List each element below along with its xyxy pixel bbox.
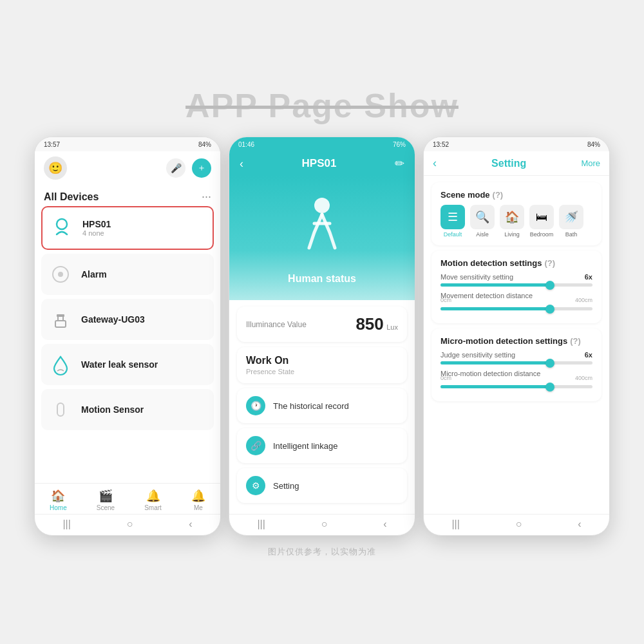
device-icon-water xyxy=(48,352,73,377)
nav-home[interactable]: 🏠 Home xyxy=(50,489,67,511)
watermark: 图片仅供参考，以实物为准 xyxy=(268,546,376,558)
avatar[interactable]: 🙂 xyxy=(44,156,67,180)
illuminance-label: Illuminance Value xyxy=(246,320,307,329)
phone3-header: ‹ Setting More xyxy=(424,151,609,176)
svg-point-0 xyxy=(57,219,67,229)
device-name-water: Water leak sensor xyxy=(81,359,158,370)
micro-distance-slider[interactable] xyxy=(440,385,592,388)
illuminance-unit: Lux xyxy=(386,323,398,331)
motion-detection-card: Motion detection settings (?) Move sensi… xyxy=(431,251,601,323)
move-sensitivity-section: Move sensitivity setting 6x xyxy=(440,273,592,287)
setting-icon: ⚙ xyxy=(246,476,265,495)
micro-help-icon[interactable]: (?) xyxy=(570,336,581,346)
svg-point-6 xyxy=(314,198,330,213)
motion-help-icon[interactable]: (?) xyxy=(544,258,555,268)
svg-rect-4 xyxy=(57,314,64,317)
aisle-label: Aisle xyxy=(476,231,489,238)
linkage-label: Intelligent linkage xyxy=(273,441,337,451)
phone3-status-bar: 13:52 84% xyxy=(424,137,609,151)
historical-card[interactable]: 🕐 The historical record xyxy=(237,388,407,423)
nav-smart[interactable]: 🔔 Smart xyxy=(144,489,162,511)
add-icon[interactable]: ＋ xyxy=(192,158,211,178)
all-devices-label: All Devices xyxy=(44,191,99,203)
device-item-water[interactable]: Water leak sensor xyxy=(41,344,214,385)
phone2-status-bar: 01:46 76% xyxy=(229,137,415,151)
nav-smart-label: Smart xyxy=(144,504,162,511)
scene-bedroom[interactable]: 🛏 Bedroom xyxy=(529,205,554,238)
human-figure-icon xyxy=(296,195,348,267)
back-icon[interactable]: ‹ xyxy=(240,157,243,171)
bedroom-label: Bedroom xyxy=(530,231,554,238)
judge-sensitivity-slider[interactable] xyxy=(440,361,592,365)
bath-label: Bath xyxy=(565,231,578,238)
judge-sensitivity-val: 6x xyxy=(585,351,592,359)
nav3-back: ‹ xyxy=(578,518,581,530)
phone3-back-icon[interactable]: ‹ xyxy=(433,156,437,170)
bath-scene-icon: 🚿 xyxy=(559,205,583,229)
device-info-motion: Motion Sensor xyxy=(81,404,144,415)
movement-distance-slider[interactable] xyxy=(440,307,592,310)
scene-bath[interactable]: 🚿 Bath xyxy=(559,205,583,238)
phone1-time: 13:57 xyxy=(44,141,60,148)
phone1-nav-indicator: ||| ○ ‹ xyxy=(35,514,220,535)
linkage-card[interactable]: 🔗 Intelligent linkage xyxy=(237,428,407,463)
presence-state: Presence State xyxy=(246,368,398,375)
nav-me[interactable]: 🔔 Me xyxy=(191,489,205,511)
phone2-nav-indicator: ||| ○ ‹ xyxy=(229,514,415,535)
move-sensitivity-slider[interactable] xyxy=(440,283,592,287)
move-sensitivity-label: Move sensitivity setting 6x xyxy=(440,273,592,281)
device-info-hps01: HPS01 4 none xyxy=(82,219,111,237)
scene-default[interactable]: ☰ Default xyxy=(440,205,465,238)
edit-icon[interactable]: ✏ xyxy=(395,156,404,171)
nav2-back: ‹ xyxy=(383,518,386,530)
linkage-row: 🔗 Intelligent linkage xyxy=(246,436,398,455)
more-link[interactable]: More xyxy=(581,158,600,168)
device-name-gateway: Gateway-UG03 xyxy=(81,314,145,325)
device-list: HPS01 4 none Alarm Gateway-UG03 xyxy=(35,206,220,483)
living-label: Living xyxy=(504,231,520,238)
phone3-title: Setting xyxy=(491,158,526,169)
device-info-water: Water leak sensor xyxy=(81,359,158,370)
phone1-battery: 84% xyxy=(198,141,211,148)
human-status-label: Human status xyxy=(288,273,356,285)
micro-distance-section: Micro-motion detection distance 0cm 400c… xyxy=(440,370,592,388)
movement-distance-section: Movement detection distance 0cm 400cm xyxy=(440,292,592,310)
device-item-gateway[interactable]: Gateway-UG03 xyxy=(41,299,214,340)
scene-mode-card: Scene mode (?) ☰ Default 🔍 Aisle 🏠 Livin… xyxy=(431,182,601,245)
scene-aisle[interactable]: 🔍 Aisle xyxy=(470,205,495,238)
work-on-label: Work On xyxy=(246,355,398,366)
setting-card[interactable]: ⚙ Setting xyxy=(237,468,407,503)
nav-home-label: Home xyxy=(50,504,67,511)
bedroom-scene-icon: 🛏 xyxy=(529,205,554,229)
scene-icon: 🎬 xyxy=(99,489,113,503)
svg-point-2 xyxy=(58,272,63,277)
scene-help-icon[interactable]: (?) xyxy=(493,190,504,200)
historical-row: 🕐 The historical record xyxy=(246,396,398,415)
illuminance-row: Illuminance Value 850 Lux xyxy=(246,314,398,334)
nav3-lines: ||| xyxy=(451,518,459,530)
mic-icon[interactable]: 🎤 xyxy=(166,158,185,178)
illuminance-card: Illuminance Value 850 Lux xyxy=(237,307,407,342)
scene-living[interactable]: 🏠 Living xyxy=(500,205,524,238)
phone2-title: HPS01 xyxy=(302,157,337,170)
phone3-nav-indicator: ||| ○ ‹ xyxy=(424,514,609,535)
phone1-bottom-nav: 🏠 Home 🎬 Scene 🔔 Smart 🔔 Me xyxy=(35,483,220,514)
history-icon: 🕐 xyxy=(246,396,265,415)
device-item-motion[interactable]: Motion Sensor xyxy=(41,389,214,430)
device-item-hps01[interactable]: HPS01 4 none xyxy=(41,206,214,250)
smart-icon: 🔔 xyxy=(146,489,160,503)
phone3-battery: 84% xyxy=(587,141,600,148)
default-label: Default xyxy=(444,231,462,238)
phone2-header: ‹ HPS01 ✏ xyxy=(229,151,415,176)
all-devices-row: All Devices ··· xyxy=(35,185,220,206)
scene-mode-title: Scene mode (?) xyxy=(440,190,592,200)
setting-row: ⚙ Setting xyxy=(246,476,398,495)
phone1-status-bar: 13:57 84% xyxy=(35,137,220,151)
device-item-alarm[interactable]: Alarm xyxy=(41,254,214,295)
nav-lines: ||| xyxy=(62,518,70,530)
home-icon: 🏠 xyxy=(51,489,65,503)
dots-menu[interactable]: ··· xyxy=(202,190,211,204)
nav-scene[interactable]: 🎬 Scene xyxy=(97,489,115,511)
motion-detection-title: Motion detection settings (?) xyxy=(440,258,592,268)
phone2-hero: Human status xyxy=(229,176,415,300)
